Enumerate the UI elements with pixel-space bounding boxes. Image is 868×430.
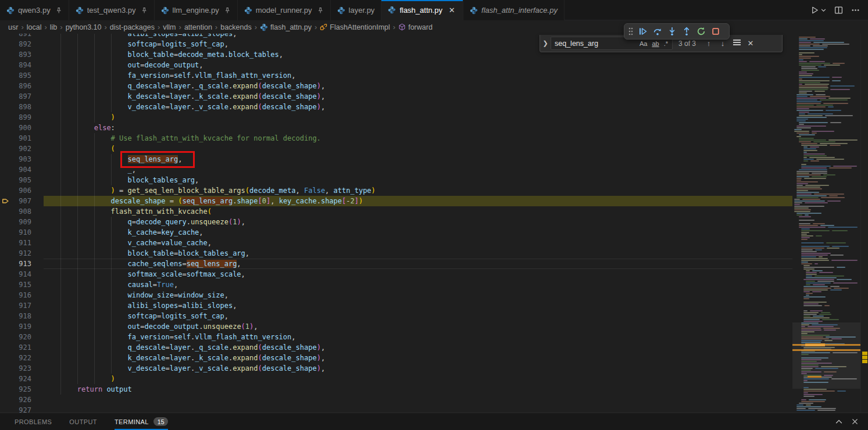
- code-line-897[interactable]: 897 k_descale=layer._k_scale.expand(desc…: [0, 91, 792, 102]
- breadcrumb-item-attention[interactable]: attention: [184, 23, 212, 31]
- tab-qwen3.py[interactable]: qwen3.py: [0, 0, 69, 20]
- indent-guide: [111, 154, 112, 164]
- minimap[interactable]: [792, 34, 860, 413]
- code-line-926[interactable]: 926: [0, 395, 792, 405]
- code-line-898[interactable]: 898 v_descale=layer._v_scale.expand(desc…: [0, 102, 792, 112]
- indent-guide: [77, 321, 78, 332]
- indent-guide: [111, 39, 112, 49]
- code-line-908[interactable]: 908 flash_attn_with_kvcache(: [0, 206, 792, 217]
- find-in-selection-button[interactable]: [730, 38, 744, 49]
- pinned-icon[interactable]: [141, 7, 148, 14]
- code-line-903[interactable]: 903 seq_lens_arg,: [0, 154, 792, 164]
- code-line-899[interactable]: 899 ): [0, 112, 792, 123]
- close-tab-icon[interactable]: ✕: [447, 6, 456, 15]
- minimap-line: [819, 272, 834, 273]
- whole-word-toggle[interactable]: ab: [650, 40, 660, 48]
- breadcrumb-item-local[interactable]: local: [27, 23, 42, 31]
- minimap-line: [799, 63, 830, 64]
- code-line-918[interactable]: 918 softcap=logits_soft_cap,: [0, 311, 792, 321]
- pinned-icon[interactable]: [55, 7, 62, 14]
- use-regex-toggle[interactable]: .*: [662, 40, 670, 48]
- code-line-894[interactable]: 894 out=decode_output,: [0, 60, 792, 70]
- close-panel-button[interactable]: [851, 418, 859, 426]
- minimap-line: [801, 66, 816, 67]
- breadcrumb-item-flash_attn.py[interactable]: flash_attn.py: [260, 23, 312, 31]
- code-line-923[interactable]: 923 v_descale=layer._v_scale.expand(desc…: [0, 363, 792, 374]
- minimap-line: [806, 270, 810, 271]
- run-or-debug-button[interactable]: [810, 6, 826, 15]
- code-line-913[interactable]: 913 cache_seqlens=seq_lens_arg,: [0, 259, 792, 269]
- breadcrumb-item-usr[interactable]: usr: [8, 23, 18, 31]
- minimap-line: [803, 390, 835, 392]
- breadcrumb-item-python3.10[interactable]: python3.10: [66, 23, 102, 31]
- code-line-922[interactable]: 922 k_descale=layer._k_scale.expand(desc…: [0, 353, 792, 363]
- tab-test_qwen3.py[interactable]: test_qwen3.py: [69, 0, 155, 20]
- code-line-907[interactable]: 907 descale_shape = (seq_lens_arg.shape[…: [0, 196, 792, 206]
- match-case-toggle[interactable]: Aa: [638, 40, 649, 48]
- breadcrumb-item-vllm[interactable]: vllm: [163, 23, 176, 31]
- panel-tab-output[interactable]: OUTPUT: [69, 413, 97, 430]
- step-over-button[interactable]: [650, 24, 665, 38]
- code-line-909[interactable]: 909 q=decode_query.unsqueeze(1),: [0, 217, 792, 227]
- glyph-margin: [0, 353, 13, 363]
- code-line-910[interactable]: 910 k_cache=key_cache,: [0, 227, 792, 238]
- code-line-916[interactable]: 916 window_size=window_size,: [0, 290, 792, 300]
- breadcrumb-item-backends[interactable]: backends: [220, 23, 252, 31]
- more-actions-button[interactable]: [851, 6, 860, 15]
- pinned-icon[interactable]: [317, 7, 324, 14]
- continue-button[interactable]: [635, 24, 650, 38]
- code-line-919[interactable]: 919 out=decode_output.unsqueeze(1),: [0, 321, 792, 332]
- close-find-button[interactable]: ✕: [744, 39, 758, 48]
- code-line-900[interactable]: 900 else:: [0, 123, 792, 133]
- code-line-921[interactable]: 921 q_descale=layer._q_scale.expand(desc…: [0, 342, 792, 353]
- previous-match-button[interactable]: ↑: [702, 39, 716, 48]
- panel-tab-problems[interactable]: PROBLEMS: [15, 413, 52, 430]
- step-into-button[interactable]: [665, 24, 679, 38]
- code-line-904[interactable]: 904 _,: [0, 164, 792, 175]
- tab-flash_attn_interface.py[interactable]: flash_attn_interface.py: [463, 0, 565, 20]
- code-editor[interactable]: 891 alibi_slopes=alibi_slopes,892 softca…: [0, 34, 868, 413]
- line-text: (: [44, 144, 792, 154]
- code-line-895[interactable]: 895 fa_version=self.vllm_flash_attn_vers…: [0, 70, 792, 81]
- line-text: out=decode_output,: [44, 60, 792, 70]
- breadcrumb-item-forward[interactable]: forward: [398, 23, 433, 31]
- split-editor-button[interactable]: [834, 6, 843, 15]
- code-line-915[interactable]: 915 causal=True,: [0, 280, 792, 290]
- code-line-901[interactable]: 901 # Use flash_attn_with_kvcache for no…: [0, 133, 792, 144]
- code-line-927[interactable]: 927: [0, 405, 792, 413]
- step-out-button[interactable]: [679, 24, 694, 38]
- code-line-925[interactable]: 925 return output: [0, 384, 792, 395]
- tab-llm_engine.py[interactable]: llm_engine.py: [155, 0, 238, 20]
- code-line-917[interactable]: 917 alibi_slopes=alibi_slopes,: [0, 300, 792, 311]
- glyph-margin: [0, 144, 13, 154]
- minimap-line: [794, 204, 800, 205]
- tabs-container: qwen3.pytest_qwen3.pyllm_engine.pymodel_…: [0, 0, 565, 20]
- breadcrumb-item-lib[interactable]: lib: [50, 23, 58, 31]
- tab-model_runner.py[interactable]: model_runner.py: [238, 0, 331, 20]
- find-input[interactable]: [555, 40, 637, 48]
- overview-ruler[interactable]: [860, 34, 868, 413]
- toggle-replace-chevron-icon[interactable]: ❯: [540, 40, 551, 47]
- maximize-panel-button[interactable]: [835, 418, 843, 426]
- tab-layer.py[interactable]: layer.py: [331, 0, 382, 20]
- stop-button[interactable]: [708, 24, 723, 38]
- minimap-line: [803, 392, 808, 393]
- code-line-912[interactable]: 912 block_table=block_tables_arg,: [0, 248, 792, 259]
- panel-tab-terminal[interactable]: TERMINAL15: [115, 413, 169, 430]
- glyph-margin: [0, 269, 13, 280]
- code-line-902[interactable]: 902 (: [0, 144, 792, 154]
- pinned-icon[interactable]: [224, 7, 231, 14]
- code-line-924[interactable]: 924 ): [0, 374, 792, 384]
- code-line-911[interactable]: 911 v_cache=value_cache,: [0, 238, 792, 248]
- code-line-906[interactable]: 906 ) = get_seq_len_block_table_args(dec…: [0, 185, 792, 196]
- code-line-920[interactable]: 920 fa_version=self.vllm_flash_attn_vers…: [0, 332, 792, 342]
- code-line-896[interactable]: 896 q_descale=layer._q_scale.expand(desc…: [0, 81, 792, 91]
- code-line-914[interactable]: 914 softmax_scale=softmax_scale,: [0, 269, 792, 280]
- breadcrumb-item-FlashAttentionImpl[interactable]: FlashAttentionImpl: [320, 23, 390, 31]
- restart-button[interactable]: [694, 24, 708, 38]
- breadcrumb-item-dist-packages[interactable]: dist-packages: [110, 23, 155, 31]
- next-match-button[interactable]: ↓: [716, 39, 730, 48]
- debug-toolbar-drag-handle[interactable]: [626, 24, 635, 38]
- code-line-905[interactable]: 905 block_tables_arg,: [0, 175, 792, 185]
- tab-flash_attn.py[interactable]: flash_attn.py✕: [381, 0, 463, 20]
